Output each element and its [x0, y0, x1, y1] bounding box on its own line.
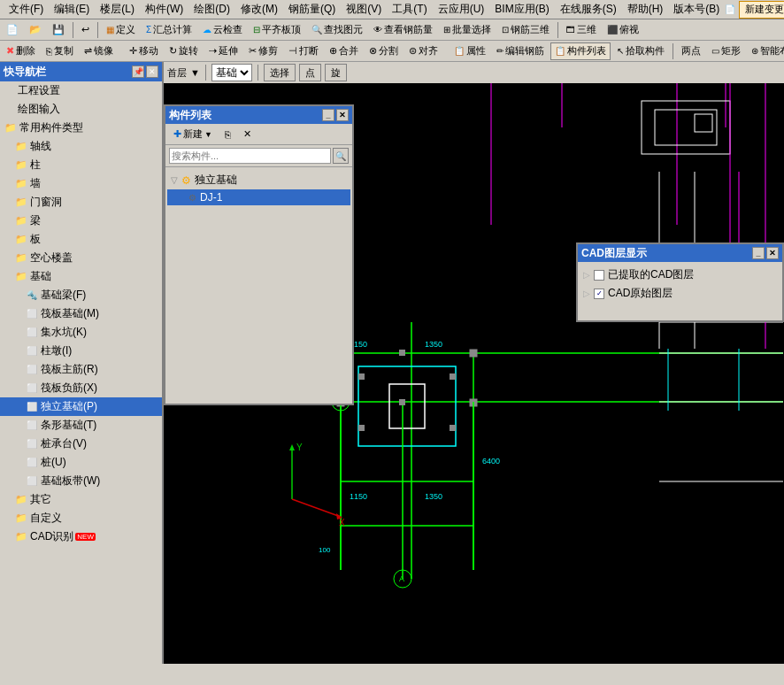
menu-tools[interactable]: 工具(T) — [387, 0, 432, 19]
point-btn[interactable]: 点 — [299, 64, 321, 81]
panel-close-btn[interactable]: ✕ — [336, 109, 349, 121]
select-btn[interactable]: 选择 — [264, 64, 296, 81]
svg-rect-5 — [655, 110, 717, 145]
menu-component[interactable]: 构件(W) — [140, 0, 188, 19]
tree-dj1-item[interactable]: ⚙ DJ-1 — [167, 189, 350, 205]
cad-original-layers[interactable]: ▷ ✓ CAD原始图层 — [581, 284, 779, 303]
toolbar-component-list[interactable]: 📋 构件列表 — [550, 42, 611, 60]
nav-project-settings[interactable]: 工程设置 — [0, 81, 162, 100]
cad-panel-close-btn[interactable]: ✕ — [766, 247, 779, 259]
toolbar-property[interactable]: 📋 属性 — [450, 42, 490, 60]
toolbar-rect[interactable]: ▭ 矩形 — [707, 42, 745, 60]
toolbar-align[interactable]: ⊟ 平齐板顶 — [249, 21, 305, 39]
tree-raft[interactable]: ⬜ 筏板基础(M) — [0, 304, 162, 323]
tree-pit[interactable]: ⬜ 集水坑(K) — [0, 323, 162, 342]
tree-independent-foundation[interactable]: ⬜ 独立基础(P) — [0, 397, 162, 416]
toolbar-open[interactable]: 📂 — [25, 21, 46, 39]
toolbar-undo[interactable]: ↩ — [77, 21, 94, 39]
toolbar-copy[interactable]: ⎘ 复制 — [42, 42, 78, 60]
toolbar-cloud-check[interactable]: ☁ 云检查 — [198, 21, 247, 39]
toolbar-calc[interactable]: Σ 汇总计算 — [142, 21, 196, 39]
toolbar-delete[interactable]: ✖ 删除 — [2, 42, 40, 60]
menu-cloud[interactable]: 云应用(U) — [433, 0, 490, 19]
tree-hollow[interactable]: 📁 空心楼盖 — [0, 249, 162, 267]
tree-common-types[interactable]: 📁 常用构件类型 — [0, 119, 162, 137]
toolbar-view-rebar[interactable]: 👁 查看钢筋量 — [369, 21, 437, 39]
toolbar-3d[interactable]: 🗔 三维 — [562, 21, 601, 39]
menu-floor[interactable]: 楼层(L) — [95, 0, 140, 19]
toolbar-smart-place[interactable]: ⊛ 智能布置 — [747, 42, 784, 60]
panel-delete-btn[interactable]: ✕ — [239, 126, 256, 143]
toolbar-break[interactable]: ⊣ 打断 — [284, 42, 323, 60]
main-layout: 快导航栏 📌 ✕ 工程设置 绘图输入 📁 常用构件类型 📁 轴线 📁 柱 — [0, 62, 784, 664]
cad-original-checkbox[interactable]: ✓ — [594, 289, 604, 299]
tree-foundation[interactable]: 📁 基础 — [0, 267, 162, 286]
tree-pile-cap[interactable]: ⬜ 柱墩(I) — [0, 342, 162, 360]
toolbar-batch-select[interactable]: ⊞ 批量选择 — [439, 21, 496, 39]
tree-slab[interactable]: 📁 板 — [0, 230, 162, 249]
nav-close-btn[interactable]: ✕ — [146, 65, 158, 78]
toolbar-trim[interactable]: ✂ 修剪 — [244, 42, 282, 60]
tree-wall[interactable]: 📁 墙 — [0, 174, 162, 193]
menu-version[interactable]: 版本号(B) — [668, 0, 725, 19]
menu-help[interactable]: 帮助(H) — [622, 0, 669, 19]
tree-raft-main-rebar[interactable]: ⬜ 筏板主筋(R) — [0, 360, 162, 379]
panel-copy-btn[interactable]: ⎘ — [220, 126, 235, 143]
panel-title: 构件列表 — [169, 108, 211, 123]
tree-axis[interactable]: 📁 轴线 — [0, 137, 162, 156]
tree-pile-cap2[interactable]: ⬜ 桩承台(V) — [0, 435, 162, 453]
menu-draw[interactable]: 绘图(D) — [188, 0, 235, 19]
tree-independent-foundation-parent[interactable]: ▽ ⚙ 独立基础 — [167, 171, 350, 189]
toolbar-find[interactable]: 🔍 查找图元 — [307, 21, 367, 39]
tree-raft-neg-rebar[interactable]: ⬜ 筏板负筋(X) — [0, 379, 162, 397]
toolbar-edit-rebar[interactable]: ✏ 编辑钢筋 — [492, 42, 549, 60]
tree-column[interactable]: 📁 柱 — [0, 156, 162, 174]
drawing-canvas[interactable]: 1150 1350 R 1150 1350 — [164, 83, 784, 664]
section-select[interactable]: 基础 — [211, 64, 252, 81]
toolbar-two-point[interactable]: 两点 — [677, 42, 705, 60]
tree-foundation-belt[interactable]: ⬜ 基础板带(W) — [0, 472, 162, 490]
menu-bim[interactable]: BIM应用(B) — [489, 0, 554, 19]
menu-modify[interactable]: 修改(M) — [235, 0, 283, 19]
tree-others[interactable]: 📁 其它 — [0, 490, 162, 509]
tree-custom[interactable]: 📁 自定义 — [0, 509, 162, 527]
toolbar-merge[interactable]: ⊕ 合并 — [325, 42, 363, 60]
nav-draw-input[interactable]: 绘图输入 — [0, 100, 162, 119]
toolbar-topview[interactable]: ⬛ 俯视 — [603, 21, 643, 39]
cad-extracted-layers[interactable]: ▷ 已提取的CAD图层 — [581, 266, 779, 284]
tree-pile[interactable]: ⬜ 桩(U) — [0, 453, 162, 472]
cad-extracted-checkbox[interactable] — [594, 270, 604, 281]
menu-file[interactable]: 文件(F) — [4, 0, 49, 19]
rotate-btn[interactable]: 旋 — [325, 64, 347, 81]
new-change-button[interactable]: 新建变更 — [739, 1, 784, 19]
folder-icon: 📁 — [14, 512, 28, 526]
search-button[interactable]: 🔍 — [333, 148, 349, 164]
tree-strip-foundation[interactable]: ⬜ 条形基础(T) — [0, 416, 162, 435]
item-icon: ⬜ — [25, 456, 39, 470]
cad-panel-minimize-btn[interactable]: _ — [752, 247, 765, 259]
toolbar-pick[interactable]: ↖ 拾取构件 — [612, 42, 669, 60]
toolbar-save[interactable]: 💾 — [48, 21, 69, 39]
menu-online[interactable]: 在线服务(S) — [555, 0, 622, 19]
tree-beam[interactable]: 📁 梁 — [0, 212, 162, 230]
toolbar-split[interactable]: ⊗ 分割 — [365, 42, 403, 60]
toolbar-new[interactable]: 📄 — [2, 21, 23, 39]
tree-door-window[interactable]: 📁 门窗洞 — [0, 193, 162, 212]
search-input[interactable] — [169, 148, 331, 164]
tree-cad[interactable]: 📁 CAD识别 NEW — [0, 527, 162, 546]
menu-view[interactable]: 视图(V) — [341, 0, 387, 19]
toolbar-rebar-3d[interactable]: ⊡ 钢筋三维 — [497, 21, 554, 39]
svg-text:100: 100 — [319, 546, 331, 554]
toolbar-define[interactable]: ▦ 定义 — [102, 21, 140, 39]
menu-edit[interactable]: 编辑(E) — [49, 0, 95, 19]
toolbar-mirror[interactable]: ⇌ 镜像 — [80, 42, 118, 60]
toolbar-align2[interactable]: ⊜ 对齐 — [404, 42, 442, 60]
menu-rebar[interactable]: 钢筋量(Q) — [283, 0, 341, 19]
panel-minimize-btn[interactable]: _ — [322, 109, 334, 121]
tree-foundation-beam[interactable]: 🔩 基础梁(F) — [0, 286, 162, 304]
toolbar-move[interactable]: ✛ 移动 — [125, 42, 163, 60]
toolbar-rotate[interactable]: ↻ 旋转 — [165, 42, 203, 60]
panel-new-btn[interactable]: ✚ 新建 ▼ — [169, 126, 217, 143]
nav-pin-btn[interactable]: 📌 — [132, 65, 144, 78]
toolbar-extend[interactable]: ⇢ 延伸 — [204, 42, 242, 60]
